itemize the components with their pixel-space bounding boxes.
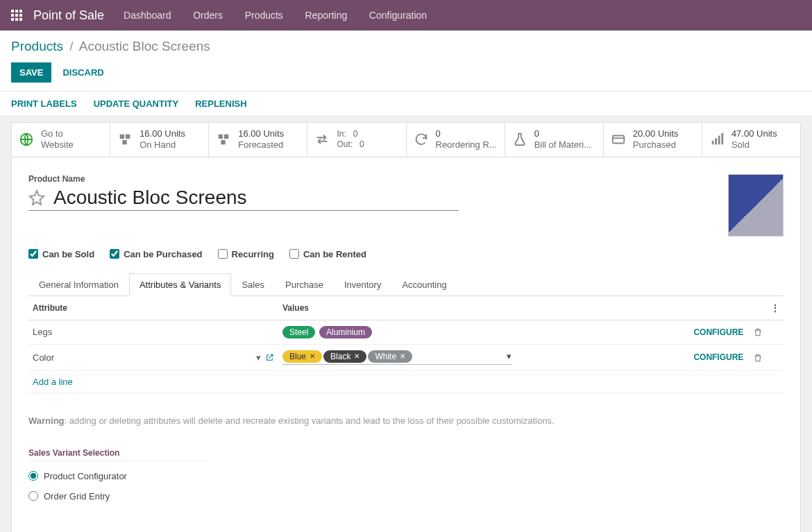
stat-onhand[interactable]: 16.00 UnitsOn Hand (110, 123, 209, 157)
stat-sold[interactable]: 47.00 UnitsSold (702, 123, 800, 157)
remove-tag-icon[interactable]: ✕ (400, 352, 405, 360)
form-sheet: Product Name Can be Sold Can be Purchase… (11, 157, 801, 533)
product-flags: Can be Sold Can be Purchased Recurring C… (28, 249, 784, 259)
svg-rect-11 (721, 133, 723, 145)
svg-rect-4 (219, 135, 223, 139)
refresh-icon (414, 132, 429, 147)
breadcrumb-sep: / (69, 39, 73, 53)
card-icon (611, 132, 626, 147)
trash-icon[interactable] (753, 327, 763, 337)
tabs: General Information Attributes & Variant… (28, 273, 784, 296)
svg-rect-8 (712, 141, 714, 145)
stat-reorder[interactable]: 0Reordering R... (407, 123, 505, 157)
tag-aluminium[interactable]: Aluminium (319, 326, 372, 338)
tab-accounting[interactable]: Accounting (391, 273, 457, 295)
stat-bar: Go toWebsite 16.00 UnitsOn Hand 16.00 Un… (11, 122, 801, 157)
discard-button[interactable]: DISCARD (60, 62, 106, 83)
remove-tag-icon[interactable]: ✕ (354, 352, 360, 360)
remove-tag-icon[interactable]: ✕ (310, 352, 315, 360)
tab-attributes[interactable]: Attributes & Variants (129, 273, 232, 296)
attribute-name[interactable]: Color (33, 352, 252, 363)
nav-configuration[interactable]: Configuration (369, 10, 427, 21)
radio-product-configurator[interactable]: Product Configurator (28, 471, 784, 481)
product-image[interactable] (728, 174, 784, 237)
stat-inout[interactable]: In:0 Out:0 (307, 123, 406, 157)
configure-link[interactable]: CONFIGURE (693, 352, 743, 362)
save-button[interactable]: SAVE (11, 62, 51, 83)
attribute-row[interactable]: Color ▾ Blue✕ Black✕ White✕ ▾ CONFI (28, 344, 784, 370)
attribute-values: Steel Aluminium (278, 320, 677, 344)
tag-steel[interactable]: Steel (282, 326, 315, 338)
flask-icon (512, 132, 527, 147)
product-name-input[interactable] (53, 187, 459, 209)
form-actions: SAVE DISCARD (0, 60, 812, 91)
can-be-purchased-checkbox[interactable]: Can be Purchased (110, 249, 202, 259)
svg-rect-10 (718, 136, 720, 145)
breadcrumb-parent[interactable]: Products (11, 39, 63, 53)
stat-purchased[interactable]: 20.00 UnitsPurchased (604, 123, 702, 157)
warning-text: Warning: adding or deleting attributes w… (28, 415, 784, 426)
update-quantity-button[interactable]: UPDATE QUANTITY (94, 98, 179, 109)
recurring-checkbox[interactable]: Recurring (218, 249, 274, 259)
nav-products[interactable]: Products (245, 10, 283, 21)
topbar: Point of Sale Dashboard Orders Products … (0, 0, 812, 31)
tab-inventory[interactable]: Inventory (334, 273, 391, 295)
nav-orders[interactable]: Orders (193, 10, 223, 21)
tab-general[interactable]: General Information (28, 273, 129, 295)
tab-purchase[interactable]: Purchase (275, 273, 334, 295)
apps-icon[interactable] (11, 10, 22, 21)
can-be-rented-checkbox[interactable]: Can be Rented (289, 249, 366, 259)
tag-white[interactable]: White✕ (368, 350, 412, 363)
nav-reporting[interactable]: Reporting (305, 10, 348, 21)
attributes-table: Attribute Values ⋮ Legs Steel Aluminium … (28, 296, 784, 393)
tag-black[interactable]: Black✕ (323, 350, 366, 363)
attribute-row[interactable]: Legs Steel Aluminium CONFIGURE (28, 320, 784, 344)
external-link-icon[interactable] (265, 353, 274, 362)
radio-order-grid[interactable]: Order Grid Entry (28, 491, 784, 501)
svg-rect-7 (613, 136, 625, 144)
svg-rect-5 (224, 135, 228, 139)
stat-forecasted[interactable]: 16.00 UnitsForecasted (209, 123, 307, 157)
chevron-down-icon[interactable]: ▾ (507, 351, 511, 361)
transfer-icon (314, 132, 330, 147)
values-input[interactable]: Blue✕ Black✕ White✕ ▾ (282, 350, 511, 365)
variant-section-label: Sales Variant Selection (28, 448, 209, 461)
configure-link[interactable]: CONFIGURE (693, 327, 743, 337)
attribute-name: Legs (28, 320, 278, 344)
add-line-link[interactable]: Add a line (28, 370, 784, 393)
bars-icon (709, 132, 725, 147)
app-title: Point of Sale (33, 8, 104, 23)
star-icon[interactable] (28, 189, 45, 206)
breadcrumb: Products / Acoustic Bloc Screens (11, 39, 801, 54)
svg-rect-2 (126, 135, 130, 139)
variant-radios: Product Configurator Order Grid Entry (28, 471, 784, 501)
kebab-icon[interactable]: ⋮ (767, 296, 784, 320)
nav-dashboard[interactable]: Dashboard (124, 10, 171, 21)
boxes-icon (117, 132, 133, 147)
header-attribute: Attribute (28, 296, 278, 320)
stat-website[interactable]: Go toWebsite (12, 123, 110, 157)
tag-blue[interactable]: Blue✕ (282, 350, 322, 363)
boxes-icon (216, 132, 231, 147)
tab-sales[interactable]: Sales (231, 273, 275, 295)
can-be-sold-checkbox[interactable]: Can be Sold (28, 249, 94, 259)
sub-actions: PRINT LABELS UPDATE QUANTITY REPLENISH (0, 91, 812, 117)
svg-rect-3 (122, 140, 126, 144)
header-values: Values (278, 296, 677, 320)
globe-icon (19, 132, 34, 147)
breadcrumb-row: Products / Acoustic Bloc Screens (0, 31, 812, 60)
trash-icon[interactable] (753, 353, 763, 363)
svg-rect-9 (715, 138, 717, 144)
chevron-down-icon[interactable]: ▾ (256, 352, 261, 363)
print-labels-button[interactable]: PRINT LABELS (11, 98, 77, 109)
replenish-button[interactable]: REPLENISH (195, 98, 246, 109)
product-name-label: Product Name (28, 174, 459, 184)
stat-bom[interactable]: 0Bill of Materi... (505, 123, 604, 157)
breadcrumb-current: Acoustic Bloc Screens (79, 39, 210, 53)
top-nav: Dashboard Orders Products Reporting Conf… (124, 10, 446, 21)
svg-rect-6 (221, 140, 226, 144)
values-text-input[interactable] (414, 351, 423, 361)
svg-rect-1 (120, 135, 124, 139)
